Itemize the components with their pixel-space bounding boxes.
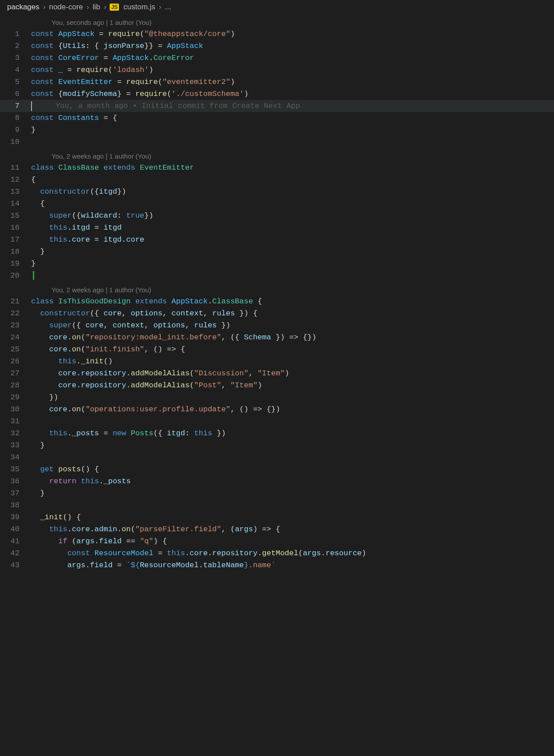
inline-blame: You, a month ago • Initial commit from C…: [55, 102, 300, 110]
code-line[interactable]: 8const Constants = {: [0, 112, 554, 124]
line-number: 39: [0, 511, 31, 523]
line-number: 18: [0, 246, 31, 258]
line-number: 36: [0, 475, 31, 487]
codelens-annotation[interactable]: You, seconds ago | 1 author (You): [0, 19, 554, 26]
cursor-icon: [31, 101, 32, 111]
code-line[interactable]: 2const {Utils: { jsonParse}} = AppStack: [0, 40, 554, 52]
line-number: 20: [0, 270, 31, 282]
code-line[interactable]: 37 }: [0, 487, 554, 499]
code-line[interactable]: 11class ClassBase extends EventEmitter: [0, 162, 554, 174]
line-number: 42: [0, 547, 31, 559]
line-number: 19: [0, 258, 31, 270]
code-line[interactable]: 39 _init() {: [0, 511, 554, 523]
chevron-right-icon: ›: [87, 3, 89, 12]
js-file-icon: JS: [110, 4, 119, 11]
line-number: 22: [0, 307, 31, 319]
code-line[interactable]: 43 args.field = `${ResourceModel.tableNa…: [0, 559, 554, 571]
code-editor[interactable]: You, seconds ago | 1 author (You) 1const…: [0, 19, 554, 571]
chevron-right-icon: ›: [43, 3, 46, 12]
line-number: 2: [0, 40, 31, 52]
line-number: 37: [0, 487, 31, 499]
code-line[interactable]: 21class IsThisGoodDesign extends AppStac…: [0, 295, 554, 307]
code-line[interactable]: 9}: [0, 124, 554, 136]
code-line[interactable]: 22 constructor({ core, options, context,…: [0, 307, 554, 319]
line-number: 41: [0, 535, 31, 547]
code-line[interactable]: 38: [0, 499, 554, 511]
breadcrumb-seg[interactable]: lib: [93, 3, 100, 12]
code-line[interactable]: 19}: [0, 258, 554, 270]
code-line[interactable]: 26 this._init(): [0, 355, 554, 367]
line-number: 28: [0, 379, 31, 391]
line-number: 8: [0, 112, 31, 124]
breadcrumb-seg[interactable]: packages: [7, 3, 40, 12]
line-number: 40: [0, 523, 31, 535]
code-line[interactable]: 30 core.on("operations:user.profile.upda…: [0, 403, 554, 415]
line-number: 7: [0, 100, 31, 112]
code-line[interactable]: 23 super({ core, context, options, rules…: [0, 319, 554, 331]
line-number: 30: [0, 403, 31, 415]
code-line[interactable]: 34: [0, 451, 554, 463]
line-number: 24: [0, 331, 31, 343]
line-number: 25: [0, 343, 31, 355]
code-line[interactable]: 29 }): [0, 391, 554, 403]
chevron-right-icon: ›: [104, 3, 107, 12]
line-number: 16: [0, 222, 31, 234]
code-line[interactable]: 33 }: [0, 439, 554, 451]
line-number: 4: [0, 64, 31, 76]
code-line[interactable]: 4const _ = require('lodash'): [0, 64, 554, 76]
code-line[interactable]: 20: [0, 270, 554, 282]
line-number: 35: [0, 463, 31, 475]
code-line[interactable]: 5const EventEmitter = require("eventemit…: [0, 76, 554, 88]
code-line[interactable]: 13 constructor({itgd}): [0, 186, 554, 198]
breadcrumb[interactable]: packages › node-core › lib › JS custom.j…: [0, 0, 554, 14]
line-number: 5: [0, 76, 31, 88]
code-line[interactable]: 36 return this._posts: [0, 475, 554, 487]
codelens-annotation[interactable]: You, 2 weeks ago | 1 author (You): [0, 286, 554, 294]
line-number: 14: [0, 198, 31, 210]
line-number: 13: [0, 186, 31, 198]
code-line[interactable]: 16 this.itgd = itgd: [0, 222, 554, 234]
code-line[interactable]: 15 super({wildcard: true}): [0, 210, 554, 222]
code-line[interactable]: 32 this._posts = new Posts({ itgd: this …: [0, 427, 554, 439]
breadcrumb-seg[interactable]: ...: [165, 3, 171, 12]
line-number: 17: [0, 234, 31, 246]
line-number: 32: [0, 427, 31, 439]
line-number: 6: [0, 88, 31, 100]
breadcrumb-seg[interactable]: custom.js: [123, 3, 155, 12]
code-line[interactable]: 42 const ResourceModel = this.core.repos…: [0, 547, 554, 559]
line-number: 33: [0, 439, 31, 451]
code-line[interactable]: 40 this.core.admin.on("parseFilter.field…: [0, 523, 554, 535]
code-line[interactable]: 18 }: [0, 246, 554, 258]
code-line[interactable]: 27 core.repository.addModelAlias("Discus…: [0, 367, 554, 379]
code-line[interactable]: 3const CoreError = AppStack.CoreError: [0, 52, 554, 64]
line-number: 15: [0, 210, 31, 222]
code-line[interactable]: 1const AppStack = require("@theappstack/…: [0, 28, 554, 40]
code-line[interactable]: 12{: [0, 174, 554, 186]
breadcrumb-seg[interactable]: node-core: [49, 3, 83, 12]
line-number: 31: [0, 415, 31, 427]
line-number: 10: [0, 136, 31, 148]
code-line[interactable]: 35 get posts() {: [0, 463, 554, 475]
line-number: 21: [0, 295, 31, 307]
line-number: 23: [0, 319, 31, 331]
code-line[interactable]: 25 core.on("init.finish", () => {: [0, 343, 554, 355]
code-line[interactable]: 10: [0, 136, 554, 148]
line-number: 11: [0, 162, 31, 174]
line-number: 26: [0, 355, 31, 367]
line-number: 12: [0, 174, 31, 186]
code-line[interactable]: 6const {modifySchema} = require('./custo…: [0, 88, 554, 100]
codelens-annotation[interactable]: You, 2 weeks ago | 1 author (You): [0, 152, 554, 160]
line-number: 27: [0, 367, 31, 379]
code-line[interactable]: 41 if (args.field == "q") {: [0, 535, 554, 547]
code-line[interactable]: 31: [0, 415, 554, 427]
code-line[interactable]: 17 this.core = itgd.core: [0, 234, 554, 246]
line-number: 3: [0, 52, 31, 64]
code-line[interactable]: 14 {: [0, 198, 554, 210]
code-line-current[interactable]: 7 You, a month ago • Initial commit from…: [0, 100, 554, 112]
code-line[interactable]: 28 core.repository.addModelAlias("Post",…: [0, 379, 554, 391]
code-line[interactable]: 24 core.on("repository:model_init.before…: [0, 331, 554, 343]
line-number: 1: [0, 28, 31, 40]
gutter-added-icon: [33, 271, 34, 280]
line-number: 38: [0, 499, 31, 511]
line-number: 43: [0, 559, 31, 571]
